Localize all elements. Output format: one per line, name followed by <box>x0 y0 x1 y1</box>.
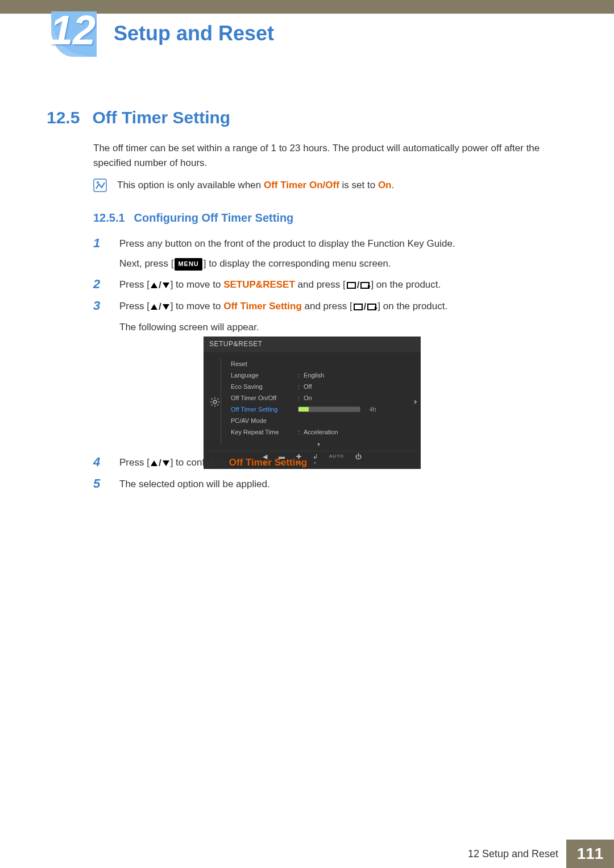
step2-emph-setupreset: SETUP&RESET <box>223 279 295 290</box>
manual-page: 12 Setup and Reset 12.5 Off Timer Settin… <box>0 0 614 868</box>
osd-body: Reset Language : English Eco Saving : Of… <box>204 352 421 451</box>
step-body: Press [/] to move to SETUP&RESET and pre… <box>119 277 548 293</box>
step-1b-post: ] to display the corresponding menu scre… <box>204 258 391 269</box>
step4-emph-off-timer-setting: Off Timer Setting <box>229 457 308 468</box>
page-footer: 12 Setup and Reset 111 <box>0 840 614 868</box>
step-1b-pre: Next, press [ <box>119 258 173 269</box>
osd-slider-track <box>298 406 360 412</box>
step3-emph-off-timer-setting: Off Timer Setting <box>223 301 302 312</box>
step2-mid: ] to move to <box>171 279 224 290</box>
menu-key-icon: MENU <box>175 258 202 271</box>
osd-scroll-down-icon: ▾ <box>231 441 406 447</box>
chapter-number: 12 <box>50 7 96 53</box>
footer-page-number: 111 <box>566 840 614 868</box>
section-number: 12.5 <box>47 108 80 127</box>
section-heading: 12.5 Off Timer Setting <box>47 108 558 127</box>
note-text: This option is only available when Off T… <box>117 180 394 191</box>
osd-row-off-timer-setting: Off Timer Setting 4h <box>231 404 406 415</box>
step-number: 5 <box>93 476 107 492</box>
gear-icon <box>209 396 221 408</box>
step-1-line-1: Press any button on the front of the pro… <box>119 236 548 251</box>
step-number: 4 <box>93 455 107 471</box>
step2-end: ] on the product. <box>371 279 441 290</box>
osd-label: Reset <box>231 360 298 367</box>
osd-colon: : <box>298 372 304 379</box>
svg-line-9 <box>211 404 213 405</box>
step4-end: . <box>307 457 310 468</box>
note-emph-off-timer-onoff: Off Timer On/Off <box>264 180 339 190</box>
osd-colon: : <box>298 429 304 435</box>
subsection-heading: 12.5.1 Configuring Off Timer Setting <box>93 211 293 225</box>
osd-value: On <box>304 394 312 401</box>
osd-colon: : <box>298 383 304 390</box>
step-number: 1 <box>93 236 107 271</box>
osd-row-key-repeat-time: Key Repeat Time : Acceleration <box>231 426 406 438</box>
step-5: 5 The selected option will be applied. <box>93 476 548 492</box>
step-body: Press [/] to move to Off Timer Setting a… <box>119 298 548 334</box>
osd-row-reset: Reset <box>231 358 406 369</box>
subsection-number: 12.5.1 <box>93 211 125 225</box>
subsection-title: Configuring Off Timer Setting <box>134 211 294 225</box>
osd-slider: 4h <box>298 406 406 413</box>
osd-right-rail <box>410 352 421 451</box>
osd-row-pcav-mode: PC/AV Mode <box>231 415 406 426</box>
osd-slider-value: 4h <box>364 406 376 413</box>
osd-preview: SETUP&RESET Reset Language : English Eco… <box>204 337 421 469</box>
enter-source-icon: / <box>347 277 370 293</box>
osd-label: Eco Saving <box>231 383 298 390</box>
svg-line-10 <box>217 398 218 399</box>
step4-mid: ] to configure <box>171 457 229 468</box>
note-icon <box>93 178 107 192</box>
svg-line-8 <box>217 404 218 405</box>
svg-line-7 <box>211 398 213 399</box>
step-3: 3 Press [/] to move to Off Timer Setting… <box>93 298 548 334</box>
svg-point-2 <box>213 400 217 404</box>
steps-list: 1 Press any button on the front of the p… <box>93 236 548 340</box>
step2-pre: Press [ <box>119 279 150 290</box>
osd-colon: : <box>298 394 304 401</box>
step3-end: ] on the product. <box>377 301 447 312</box>
osd-value: Acceleration <box>304 429 338 435</box>
step-3-line-2: The following screen will appear. <box>119 319 548 335</box>
step-body: The selected option will be applied. <box>119 476 548 492</box>
note-row: This option is only available when Off T… <box>93 178 548 192</box>
osd-label: Key Repeat Time <box>231 429 298 435</box>
svg-point-1 <box>97 181 99 184</box>
step2-and: and press [ <box>295 279 346 290</box>
note-mid: is set to <box>339 180 378 190</box>
step3-and: and press [ <box>302 301 352 312</box>
osd-label: Off Timer On/Off <box>231 394 298 401</box>
chevron-right-icon <box>414 400 417 404</box>
osd-title: SETUP&RESET <box>209 340 415 348</box>
step3-mid: ] to move to <box>171 301 224 312</box>
up-down-arrow-icon: / <box>151 299 169 314</box>
note-suffix: . <box>391 180 394 190</box>
note-emph-on: On <box>378 180 392 190</box>
step3-pre: Press [ <box>119 301 150 312</box>
step-1: 1 Press any button on the front of the p… <box>93 236 548 271</box>
step-body: Press [/] to configure Off Timer Setting… <box>119 455 548 471</box>
up-down-arrow-icon: / <box>151 277 169 293</box>
osd-value: English <box>304 372 324 379</box>
chapter-title: Setup and Reset <box>114 22 274 45</box>
step-1-line-2: Next, press [MENU] to display the corres… <box>119 256 548 271</box>
osd-label-highlighted: Off Timer Setting <box>231 406 298 413</box>
osd-row-eco-saving: Eco Saving : Off <box>231 381 406 392</box>
osd-row-off-timer-onoff: Off Timer On/Off : On <box>231 392 406 404</box>
section-intro: The off timer can be set within a range … <box>93 141 548 171</box>
footer-chapter-label: 12 Setup and Reset <box>468 840 566 868</box>
osd-label: PC/AV Mode <box>231 417 298 424</box>
step-number: 2 <box>93 277 107 293</box>
section-title: Off Timer Setting <box>92 108 230 127</box>
step-body: Press any button on the front of the pro… <box>119 236 548 271</box>
osd-left-rail <box>204 352 226 451</box>
steps-after-figure: 4 Press [/] to configure Off Timer Setti… <box>93 455 548 497</box>
step-2: 2 Press [/] to move to SETUP&RESET and p… <box>93 277 548 293</box>
osd-label: Language <box>231 372 298 379</box>
osd-value: Off <box>304 383 312 390</box>
up-down-arrow-icon: / <box>151 455 169 471</box>
step-4: 4 Press [/] to configure Off Timer Setti… <box>93 455 548 471</box>
osd-row-language: Language : English <box>231 369 406 381</box>
osd-title-bar: SETUP&RESET <box>204 337 421 352</box>
osd-slider-fill <box>298 407 309 412</box>
